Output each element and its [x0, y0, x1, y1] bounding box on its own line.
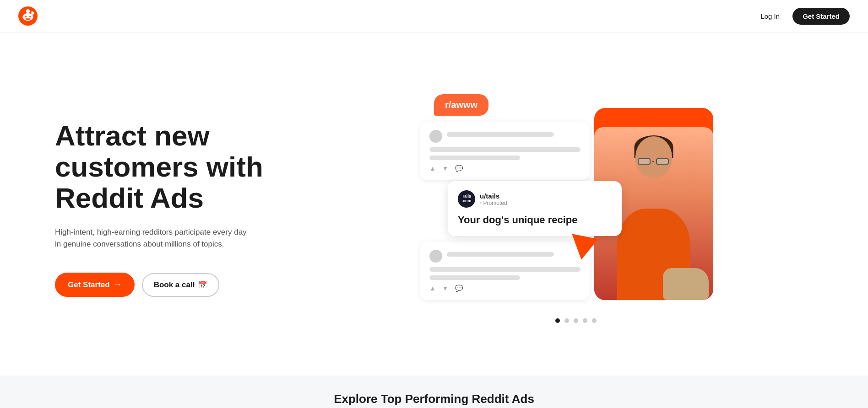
card-line [429, 156, 520, 160]
card-line [429, 267, 580, 272]
book-call-button[interactable]: Book a call 📅 [142, 273, 220, 297]
feed-card-bottom: ▲ ▼ 💬 [420, 242, 590, 300]
hero-section: Attract new customers with Reddit Ads Hi… [0, 32, 868, 376]
get-started-label: Get Started [68, 280, 110, 290]
carousel-dot-5[interactable] [592, 318, 597, 323]
card-avatar [429, 130, 442, 143]
card-line [429, 275, 520, 280]
carousel-dot-4[interactable] [583, 318, 587, 323]
nav-get-started-button[interactable]: Get Started [792, 8, 850, 25]
ad-card-header: Tails.com u/tails • Promoted [458, 190, 612, 208]
card-line [429, 147, 580, 152]
card-line [447, 132, 554, 137]
navbar: Log In Get Started [0, 0, 868, 32]
book-call-label: Book a call [154, 280, 195, 290]
feed-card-top: ▲ ▼ 💬 [420, 122, 590, 180]
tails-logo: Tails.com [458, 190, 475, 208]
hero-illustration: r/awww ▲ ▼ 💬 [293, 76, 831, 341]
bottom-title: Explore Top Performing Reddit Ads [0, 392, 868, 406]
card-avatar-2 [429, 250, 442, 263]
svg-point-9 [25, 16, 27, 17]
ad-card-meta: u/tails • Promoted [480, 192, 507, 206]
tails-logo-text: Tails.com [461, 194, 471, 204]
hero-get-started-button[interactable]: Get Started → [55, 273, 135, 297]
downvote-icon-2: ▼ [442, 285, 449, 292]
carousel-dot-2[interactable] [564, 318, 569, 323]
downvote-icon: ▼ [442, 165, 449, 172]
hero-title: Attract new customers with Reddit Ads [55, 120, 293, 214]
subreddit-bubble: r/awww [434, 94, 488, 116]
card-actions-2: ▲ ▼ 💬 [429, 285, 580, 292]
person-head [635, 136, 672, 177]
carousel-dot-1[interactable] [555, 318, 560, 323]
carousel-dot-3[interactable] [574, 318, 578, 323]
svg-point-10 [29, 16, 31, 17]
login-button[interactable]: Log In [755, 9, 785, 24]
bottom-section: Explore Top Performing Reddit Ads [0, 376, 868, 408]
carousel-dots [448, 318, 704, 323]
svg-point-6 [26, 9, 30, 13]
upvote-icon-2: ▲ [429, 285, 436, 292]
logo[interactable] [18, 6, 38, 26]
ad-promoted-label: • Promoted [480, 200, 507, 206]
arrow-icon: → [114, 280, 122, 290]
upvote-icon: ▲ [429, 165, 436, 172]
reddit-logo-icon [18, 6, 38, 26]
comment-icon: 💬 [455, 165, 463, 172]
ad-username: u/tails [480, 192, 507, 200]
ad-title: Your dog's unique recipe [458, 214, 612, 226]
hero-buttons: Get Started → Book a call 📅 [55, 273, 293, 297]
dog-shape [663, 268, 709, 300]
hero-subtitle: High-intent, high-earning redditors part… [55, 226, 247, 250]
calendar-icon: 📅 [198, 280, 207, 289]
illustration-container: r/awww ▲ ▼ 💬 [420, 90, 704, 327]
hero-left: Attract new customers with Reddit Ads Hi… [55, 120, 293, 297]
comment-icon-2: 💬 [455, 285, 463, 292]
card-line [447, 252, 554, 257]
nav-actions: Log In Get Started [755, 8, 850, 25]
ad-card: Tails.com u/tails • Promoted Your dog's … [448, 181, 622, 236]
card-actions: ▲ ▼ 💬 [429, 165, 580, 172]
